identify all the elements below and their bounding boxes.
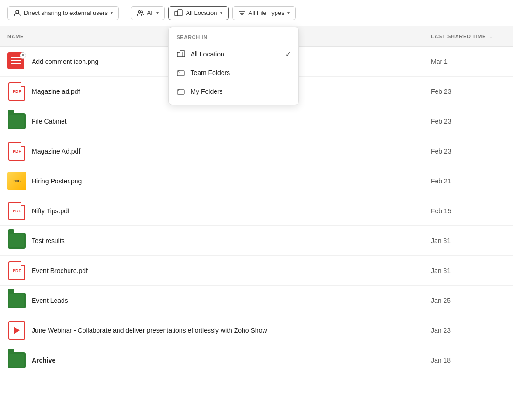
location-filter-label: All Location [186,9,217,16]
table-row[interactable]: PDFNifty Tips.pdfFeb 15 [0,196,513,226]
sharing-filter-chevron: ▾ [111,10,113,15]
team-folders-label: Team Folders [190,69,230,77]
table-row[interactable]: PDFEvent Brochure.pdfJan 31 [0,256,513,286]
all-filter-chevron: ▾ [156,10,159,15]
all-location-icon [176,49,186,59]
file-date: Feb 23 [431,118,506,125]
table-row[interactable]: File CabinetFeb 23 [0,106,513,136]
file-icon: PDF [7,82,26,101]
location-dropdown-menu: SEARCH IN All Location ✓ [168,27,299,105]
file-icon: PDF [7,202,26,220]
file-type-filter-button[interactable]: All File Types ▾ [232,6,296,20]
file-icon [7,321,26,340]
file-name: Event Brochure.pdf [32,267,431,274]
dropdown-item-all-location[interactable]: All Location ✓ [169,45,298,63]
dropdown-item-my-folders[interactable]: My Folders [169,82,298,101]
file-icon [7,291,26,310]
location-filter-chevron: ▾ [220,10,222,15]
file-icon: PDF [7,142,26,161]
table-row[interactable]: Test resultsJan 31 [0,226,513,256]
file-date: Mar 1 [431,58,506,65]
person-icon [14,9,21,17]
file-icon [7,231,26,250]
dropdown-search-label: SEARCH IN [169,31,298,45]
location-filter-container: All Location ▾ SEARCH IN All Location ✓ [168,6,228,20]
file-date: Feb 23 [431,88,506,95]
file-date: Feb 23 [431,147,506,155]
file-name: Magazine Ad.pdf [32,147,431,155]
file-type-filter-label: All File Types [249,9,284,16]
file-name: Hiring Poster.png [32,177,431,185]
file-icon: PNG [7,172,26,190]
file-date: Jan 31 [431,237,506,245]
all-location-check: ✓ [285,50,291,58]
svg-point-1 [138,10,140,13]
file-icon: ✕ [7,52,26,71]
file-date: Jan 23 [431,327,506,334]
location-filter-icon [174,9,183,17]
col-date-header[interactable]: LAST SHARED TIME ↓ [431,34,506,39]
table-row[interactable]: ArchiveJan 18 [0,345,513,375]
file-date: Jan 25 [431,297,506,304]
file-name: Archive [32,357,431,364]
file-icon [7,112,26,131]
svg-point-0 [16,10,19,13]
file-name: Nifty Tips.pdf [32,207,431,215]
dropdown-item-team-folders[interactable]: Team Folders [169,63,298,82]
toolbar: Direct sharing to external users ▾ All ▾… [0,0,513,26]
svg-point-2 [141,11,143,13]
location-filter-button[interactable]: All Location ▾ [168,6,228,20]
my-folders-label: My Folders [190,88,222,95]
sharing-filter-button[interactable]: Direct sharing to external users ▾ [7,6,119,20]
file-name: Test results [32,237,431,245]
file-name: June Webinar - Collaborate and deliver p… [32,327,431,334]
table-row[interactable]: PNGHiring Poster.pngFeb 21 [0,166,513,196]
sharing-filter-label: Direct sharing to external users [24,9,108,16]
sort-arrow-icon: ↓ [490,34,492,39]
file-date: Feb 21 [431,177,506,185]
svg-rect-7 [177,52,180,57]
file-icon [7,351,26,370]
file-date: Feb 15 [431,207,506,215]
file-name: Event Leads [32,297,431,304]
svg-rect-3 [175,11,178,16]
toolbar-divider [125,7,125,20]
all-location-label: All Location [190,50,224,58]
file-date: Jan 31 [431,267,506,274]
my-folders-icon [176,87,186,96]
all-filter-button[interactable]: All ▾ [131,6,165,20]
table-row[interactable]: June Webinar - Collaborate and deliver p… [0,315,513,345]
file-type-filter-chevron: ▾ [287,10,290,15]
people-icon [137,9,144,17]
file-name: File Cabinet [32,118,431,125]
all-filter-label: All [147,9,153,16]
file-icon: PDF [7,261,26,280]
file-date: Jan 18 [431,357,506,364]
team-folders-icon [176,68,186,77]
table-row[interactable]: PDFMagazine Ad.pdfFeb 23 [0,136,513,166]
table-row[interactable]: Event LeadsJan 25 [0,286,513,315]
filter-icon [238,9,246,17]
